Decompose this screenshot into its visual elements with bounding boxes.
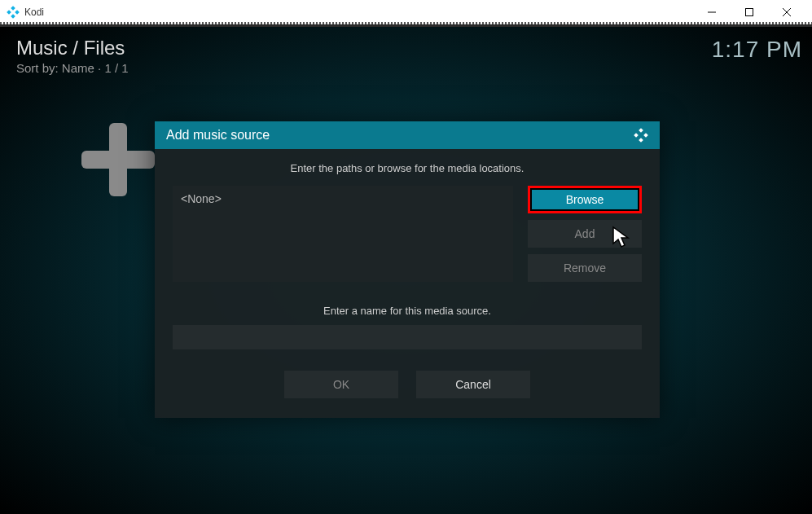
add-source-plus-icon[interactable] — [81, 123, 155, 196]
window-title: Kodi — [24, 7, 693, 18]
close-button[interactable] — [768, 0, 805, 24]
minimize-button[interactable] — [693, 0, 731, 24]
svg-rect-8 — [639, 128, 643, 133]
dialog-title: Add music source — [166, 128, 634, 143]
window-titlebar: Kodi — [0, 0, 812, 24]
name-label: Enter a name for this media source. — [173, 305, 642, 317]
add-path-button[interactable]: Add — [528, 220, 642, 248]
svg-rect-3 — [15, 10, 20, 15]
remove-path-button[interactable]: Remove — [528, 254, 642, 282]
breadcrumb: Music / Files — [16, 37, 129, 59]
svg-rect-10 — [634, 133, 639, 138]
svg-rect-9 — [639, 138, 643, 143]
sort-label: Sort by: Name — [16, 61, 94, 75]
kodi-logo-icon — [634, 128, 648, 143]
page-counter: 1 / 1 — [104, 61, 128, 75]
clock: 1:17 PM — [712, 37, 802, 63]
add-music-source-dialog: Add music source Enter the paths or brow… — [155, 121, 660, 418]
ok-button[interactable]: OK — [284, 371, 398, 398]
source-name-input[interactable] — [173, 325, 642, 349]
maximize-button[interactable] — [731, 0, 768, 24]
kodi-app-icon — [7, 6, 20, 19]
paths-listbox[interactable]: <None> — [173, 186, 513, 282]
svg-rect-0 — [11, 6, 15, 11]
kodi-application: Music / Files Sort by: Name · 1 / 1 1:17… — [0, 27, 812, 514]
browse-button[interactable]: Browse — [528, 186, 642, 213]
sort-info: Sort by: Name · 1 / 1 — [16, 61, 129, 75]
svg-rect-11 — [643, 133, 648, 138]
svg-rect-1 — [11, 14, 15, 19]
cancel-button[interactable]: Cancel — [416, 371, 530, 398]
dialog-header: Add music source — [155, 121, 660, 149]
svg-rect-2 — [7, 10, 11, 15]
instruction-text: Enter the paths or browse for the media … — [173, 162, 642, 174]
svg-rect-5 — [746, 8, 753, 15]
path-item[interactable]: <None> — [181, 192, 505, 205]
